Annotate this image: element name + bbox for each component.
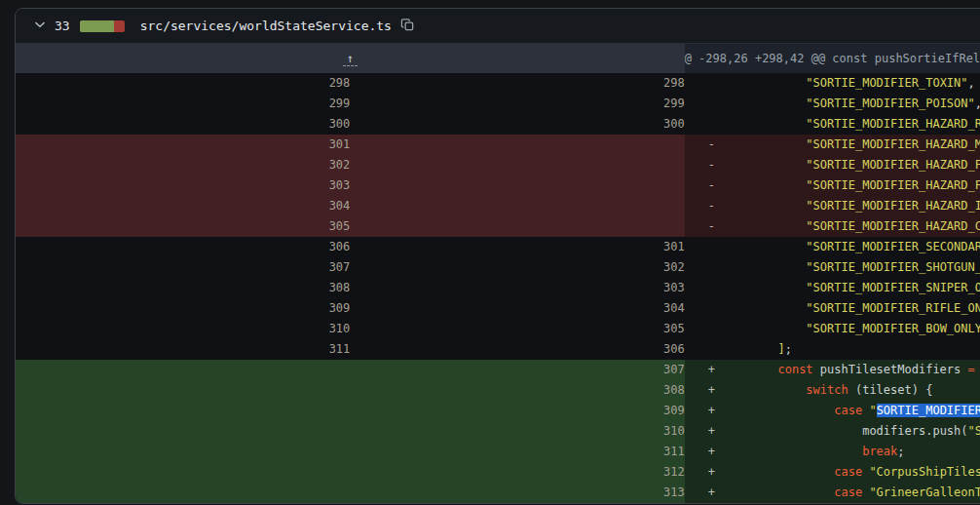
new-line-number: 305 xyxy=(350,319,684,339)
old-line-number xyxy=(16,380,350,401)
diff-line: 301- "SORTIE_MODIFIER_HAZARD_MAGNETIC", xyxy=(16,135,980,155)
new-line-number: 301 xyxy=(350,237,684,257)
code-segment xyxy=(722,260,807,274)
copy-file-path-button[interactable] xyxy=(400,18,415,35)
code-segment: (tileset) { xyxy=(848,383,933,397)
old-line-number: 308 xyxy=(16,278,350,298)
code-cell: + case "SORTIE_MODIFIER_HAZARD_FOG": xyxy=(685,401,980,421)
diff-line: 305- "SORTIE_MODIFIER_HAZARD_COLD", xyxy=(16,216,980,237)
diff-line: 299299 "SORTIE_MODIFIER_POISON", xyxy=(16,94,980,114)
diff-marker: - xyxy=(685,135,722,155)
code-segment xyxy=(722,97,807,110)
code-segment xyxy=(722,424,863,438)
code-segment: "SORTIE_MODIFIER_HAZARD_FIRE" xyxy=(806,178,980,192)
diff-line: 310+ modifiers.push("SORTIE_MODIFIER_HAZ… xyxy=(16,421,980,442)
diff-rows: ↑ @ -298,26 +298,42 @@ const pushSortieI… xyxy=(16,44,980,503)
old-line-number: 309 xyxy=(16,298,350,319)
code-segment: ] xyxy=(777,342,784,356)
code-segment: case xyxy=(834,465,862,479)
code-segment: "SORTIE_MODIFIER_POISON" xyxy=(806,97,974,110)
code-cell: + modifiers.push("SORTIE_MODIFIER_HAZARD… xyxy=(685,421,980,442)
old-line-number xyxy=(16,462,350,483)
diff-table: ↑ @ -298,26 +298,42 @@ const pushSortieI… xyxy=(16,44,980,503)
code-segment xyxy=(722,301,807,315)
new-line-number: 300 xyxy=(350,114,684,135)
code-segment xyxy=(722,178,807,192)
expand-up-button[interactable]: ↑ xyxy=(343,54,358,66)
file-path: src/services/worldStateService.ts xyxy=(140,19,392,33)
code-cell: + switch (tileset) { xyxy=(685,380,980,401)
new-line-number: 298 xyxy=(350,73,684,94)
new-line-number: 307 xyxy=(350,360,684,380)
code-segment xyxy=(722,281,807,294)
selected-text: SORTIE_MODIFIER_HAZARD_FOG xyxy=(877,404,980,417)
diff-line: 306301 "SORTIE_MODIFIER_SECONDARY_ONLY", xyxy=(16,237,980,257)
diff-marker: + xyxy=(685,442,722,462)
chevron-down-icon xyxy=(34,19,46,33)
code-segment xyxy=(722,465,835,479)
diff-marker: - xyxy=(685,216,722,237)
code-segment: "SORTIE_MODIFIER_HAZARD_FOG" xyxy=(806,158,980,172)
new-line-number: 308 xyxy=(350,380,684,401)
old-line-number: 310 xyxy=(16,319,350,339)
diff-marker: + xyxy=(685,360,722,380)
code-segment xyxy=(722,363,778,376)
code-segment: ; xyxy=(785,342,792,356)
code-segment: "SORTIE_MODIFIER_TOXIN" xyxy=(806,76,967,90)
diff-line: 298298 "SORTIE_MODIFIER_TOXIN", xyxy=(16,73,980,94)
code-segment: = xyxy=(968,363,975,376)
diff-line: 307302 "SORTIE_MODIFIER_SHOTGUN_ONLY", xyxy=(16,257,980,278)
code-cell: "SORTIE_MODIFIER_HAZARD_RADIATION", xyxy=(685,114,980,135)
diff-marker: + xyxy=(685,380,722,401)
new-line-number: 299 xyxy=(350,94,684,114)
code-segment xyxy=(722,219,807,233)
diff-line: 309+ case "SORTIE_MODIFIER_HAZARD_FOG": xyxy=(16,401,980,421)
code-cell: "SORTIE_MODIFIER_POISON", xyxy=(685,94,980,114)
diff-marker: - xyxy=(685,155,722,175)
code-segment: "SORTIE_MODIFIER_SECONDARY_ONLY" xyxy=(806,240,980,253)
code-segment: "SORTIE_MODIFIER_HAZARD_RADIATION" xyxy=(806,117,980,131)
new-line-number: 304 xyxy=(350,298,684,319)
hunk-gutter: ↑ xyxy=(16,44,685,73)
code-segment xyxy=(722,158,807,172)
code-cell: - "SORTIE_MODIFIER_HAZARD_ICE", xyxy=(685,196,980,216)
code-cell: + case "GrineerGalleonTileset": xyxy=(685,483,980,503)
code-cell: "SORTIE_MODIFIER_BOW_ONLY" xyxy=(685,319,980,339)
new-line-number: 312 xyxy=(350,462,684,483)
code-cell: - "SORTIE_MODIFIER_HAZARD_MAGNETIC", xyxy=(685,135,980,155)
code-cell: - "SORTIE_MODIFIER_HAZARD_FOG", // TODO:… xyxy=(685,155,980,175)
hunk-header-text: @ -298,26 +298,42 @@ const pushSortieIfR… xyxy=(685,44,980,73)
code-segment: pushTilesetModifiers xyxy=(813,363,968,376)
new-line-number: 310 xyxy=(350,421,684,442)
diff-line: 311306 ]; xyxy=(16,339,980,360)
diff-marker: - xyxy=(685,196,722,216)
old-line-number: 300 xyxy=(16,114,350,135)
code-segment: , xyxy=(975,97,980,110)
code-cell: "SORTIE_MODIFIER_SECONDARY_ONLY", xyxy=(685,237,980,257)
diff-file-card: 33 src/services/worldStateService.ts ↑ xyxy=(15,8,980,504)
code-segment: case xyxy=(834,486,862,499)
code-segment xyxy=(722,137,807,151)
code-segment: "SORTIE_MODIFIER_SNIPER_ONLY" xyxy=(806,281,980,294)
diff-marker: + xyxy=(685,483,722,503)
code-cell: "SORTIE_MODIFIER_SHOTGUN_ONLY", xyxy=(685,257,980,278)
code-cell: + case "CorpusShipTileset": xyxy=(685,462,980,483)
code-segment: "CorpusShipTileset" xyxy=(869,465,980,479)
code-segment: " xyxy=(869,404,876,417)
diff-line: 309304 "SORTIE_MODIFIER_RIFLE_ONLY", xyxy=(16,298,980,319)
code-cell: "SORTIE_MODIFIER_SNIPER_ONLY", xyxy=(685,278,980,298)
fold-up-icon: ↑ xyxy=(347,52,354,65)
diff-line: 308+ switch (tileset) { xyxy=(16,380,980,401)
code-segment: (tileset xyxy=(975,363,980,376)
diff-marker: + xyxy=(685,462,722,483)
collapse-file-button[interactable] xyxy=(33,19,47,33)
code-segment xyxy=(722,445,863,458)
code-segment: "SORTIE_MODIFIER_HAZARD_MAGNETIC" xyxy=(806,137,980,151)
code-segment: break xyxy=(862,445,897,458)
code-segment: ; xyxy=(897,445,904,458)
diff-marker: - xyxy=(685,175,722,196)
code-segment xyxy=(722,486,835,499)
old-line-number xyxy=(16,483,350,503)
code-cell: "SORTIE_MODIFIER_RIFLE_ONLY", xyxy=(685,298,980,319)
code-cell: "SORTIE_MODIFIER_TOXIN", xyxy=(685,73,980,94)
